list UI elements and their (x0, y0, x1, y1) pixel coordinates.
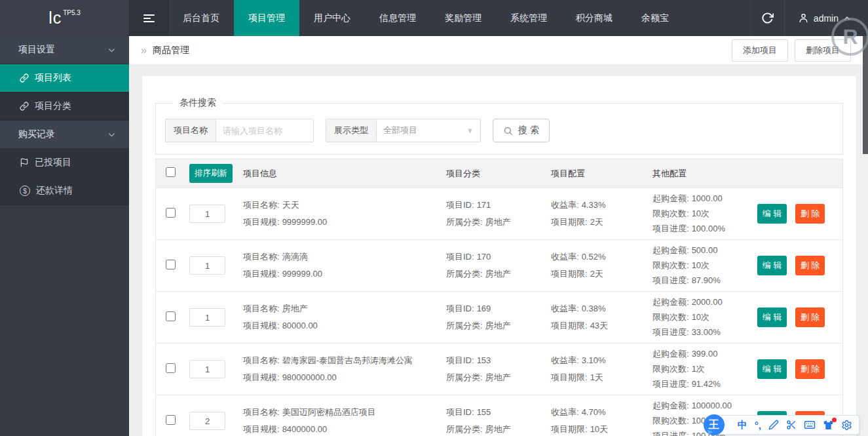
nav-item-user-center[interactable]: 用户中心 (299, 0, 365, 36)
caret-down-icon: ▼ (466, 127, 474, 134)
sidebar-item-repayment-details[interactable]: $ 还款详情 (0, 177, 129, 205)
other-config-cell: 起购金额:2000.00 限购次数:10次 项目进度:33.00% (652, 296, 757, 338)
display-type-select[interactable]: 全部项目 ▼ (377, 119, 480, 142)
project-name-input[interactable] (216, 119, 313, 142)
table-row: 项目名称:滴滴滴 项目规模:999999.00 项目ID:170 所属分类:房地… (156, 240, 842, 292)
nav-item-dashboard[interactable]: 后台首页 (168, 0, 234, 36)
content-panel: 条件搜索 项目名称 展示类型 全部项目 ▼ 搜 索 排序刷新 项目信息 (142, 76, 856, 436)
edit-button[interactable]: 编 辑 (757, 256, 787, 275)
delete-button[interactable]: 删 除 (795, 307, 825, 327)
delete-button[interactable]: 删 除 (795, 359, 825, 379)
add-project-button[interactable]: 添加项目 (732, 39, 788, 62)
search-fieldset: 条件搜索 项目名称 展示类型 全部项目 ▼ 搜 索 (155, 97, 843, 155)
dollar-icon: $ (20, 186, 30, 196)
select-all-checkbox[interactable] (166, 167, 176, 177)
projects-table: 排序刷新 项目信息 项目分类 项目配置 其他配置 项目名称:天天 项目规模:99… (155, 159, 843, 436)
pencil-icon (768, 420, 779, 430)
breadcrumb-icon: » (141, 45, 147, 56)
delete-button[interactable]: 删 除 (795, 256, 825, 275)
user-menu[interactable]: admin (784, 0, 868, 36)
sidebar-item-invested-projects[interactable]: 已投项目 (0, 149, 129, 177)
project-category-cell: 项目ID:169 所属分类:房地产 (446, 303, 551, 332)
nav-item-points-mall[interactable]: 积分商城 (561, 0, 627, 36)
nav-item-reward-management[interactable]: 奖励管理 (430, 0, 496, 36)
search-button[interactable]: 搜 索 (493, 119, 550, 142)
ime-settings-button[interactable] (841, 420, 852, 431)
sort-order-input[interactable] (189, 205, 225, 223)
project-config-cell: 收益率:4.33% 项目期限:2天 (551, 199, 652, 228)
sort-order-input[interactable] (189, 308, 225, 327)
ime-handwriting-button[interactable] (768, 420, 779, 430)
app-logo: lcTP5.3 (0, 0, 129, 36)
project-info-cell: 项目名称:房地产 项目规模:80000.00 (243, 303, 446, 332)
search-icon (503, 126, 513, 136)
edit-button[interactable]: 编 辑 (757, 204, 787, 224)
sort-order-input[interactable] (189, 256, 225, 275)
sidebar-item-project-category[interactable]: 项目分类 (0, 92, 129, 121)
scrollbar-thumb[interactable] (863, 36, 868, 154)
project-category-cell: 项目ID:170 所属分类:房地产 (446, 251, 551, 280)
chevron-up-icon (843, 14, 851, 22)
sort-order-input[interactable] (189, 412, 225, 430)
sidebar-group-project-settings[interactable]: 项目设置 (0, 36, 129, 64)
project-category-cell: 项目ID:171 所属分类:房地产 (446, 199, 551, 228)
project-info-cell: 项目名称:碧海家园-泰国普吉岛邦涛海滩公寓 项目规模:980000000.00 (243, 355, 446, 384)
row-checkbox[interactable] (166, 363, 176, 373)
username: admin (814, 13, 839, 24)
edit-button[interactable]: 编 辑 (757, 307, 787, 327)
project-category-cell: 项目ID:153 所属分类:房地产 (446, 355, 551, 384)
nav-item-yuebao[interactable]: 余额宝 (627, 0, 683, 36)
ime-punctuation-button[interactable]: °, (755, 420, 761, 431)
chevron-down-icon (107, 46, 116, 54)
nav-item-project-management[interactable]: 项目管理 (234, 0, 299, 36)
project-config-cell: 收益率:4.70% 项目期限:10天 (551, 406, 652, 435)
row-checkbox[interactable] (166, 415, 176, 425)
nav-item-info-management[interactable]: 信息管理 (365, 0, 430, 36)
delete-project-button[interactable]: 删除项目 (795, 39, 851, 62)
logo-text: lc (48, 9, 62, 28)
project-name-group: 项目名称 (165, 119, 314, 142)
refresh-button[interactable] (750, 0, 784, 36)
ime-chinese-mode-button[interactable]: 中 (738, 419, 747, 431)
link-icon (20, 73, 29, 83)
other-config-cell: 起购金额:399.00 限购次数:1次 项目进度:91.42% (652, 348, 757, 390)
ime-clip-button[interactable] (786, 420, 797, 430)
project-config-cell: 收益率:3.10% 项目期限:1天 (551, 355, 652, 384)
header-project-info: 项目信息 (243, 168, 446, 180)
project-info-cell: 项目名称:滴滴滴 项目规模:999999.00 (243, 251, 446, 280)
ime-skin-button[interactable] (823, 420, 834, 431)
project-info-cell: 项目名称:美国迈阿密精品酒店项目 项目规模:8400000.00 (243, 406, 446, 435)
ime-keyboard-button[interactable] (804, 419, 816, 431)
table-row: 项目名称:碧海家园-泰国普吉岛邦涛海滩公寓 项目规模:980000000.00 … (156, 344, 842, 395)
page-title: 商品管理 (153, 45, 189, 56)
table-header-row: 排序刷新 项目信息 项目分类 项目配置 其他配置 (156, 159, 842, 188)
edit-button[interactable]: 编 辑 (757, 359, 787, 379)
sidebar-group-purchase-records[interactable]: 购买记录 (0, 121, 129, 149)
keyboard-icon (804, 419, 816, 431)
gear-icon (841, 420, 852, 431)
sidebar-item-project-list[interactable]: 项目列表 (0, 64, 129, 92)
notification-dot (832, 418, 837, 422)
display-type-label: 展示类型 (326, 119, 377, 142)
delete-button[interactable]: 删 除 (795, 204, 825, 224)
table-row: 项目名称:房地产 项目规模:80000.00 项目ID:169 所属分类:房地产… (156, 292, 842, 344)
row-checkbox[interactable] (166, 208, 176, 218)
link-icon (20, 102, 29, 111)
header-other-config: 其他配置 (652, 168, 757, 180)
table-row: 项目名称:天天 项目规模:9999999.00 项目ID:171 所属分类:房地… (156, 188, 842, 240)
ime-toolbar: 王 中 °, (713, 415, 859, 435)
vertical-scrollbar[interactable] (863, 36, 868, 436)
top-navbar: lcTP5.3 后台首页 项目管理 用户中心 信息管理 奖励管理 系统管理 积分… (0, 0, 868, 36)
breadcrumb-bar: » 商品管理 添加项目 删除项目 (129, 36, 863, 64)
sort-order-input[interactable] (189, 360, 225, 378)
hamburger-icon (143, 14, 155, 16)
row-checkbox[interactable] (166, 260, 176, 269)
sort-refresh-button[interactable]: 排序刷新 (189, 164, 233, 183)
main-nav: 后台首页 项目管理 用户中心 信息管理 奖励管理 系统管理 积分商城 余额宝 (168, 0, 683, 36)
nav-item-system-management[interactable]: 系统管理 (496, 0, 561, 36)
refresh-icon (761, 12, 774, 24)
row-checkbox[interactable] (166, 311, 176, 321)
sidebar-toggle-button[interactable] (129, 0, 168, 36)
flag-icon (20, 158, 29, 167)
ime-logo[interactable]: 王 (704, 414, 725, 435)
